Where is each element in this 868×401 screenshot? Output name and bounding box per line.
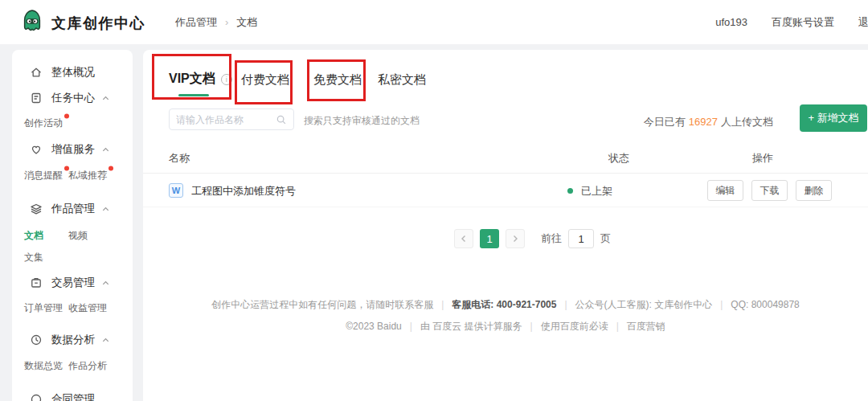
footer-copyright-line: ©2023 Baidu|由 百度云 提供计算服务|使用百度前必读|百度营销 xyxy=(143,321,868,333)
sidebar-item-contract-management[interactable]: 合同管理 xyxy=(12,386,133,401)
topbar-right: ufo193 百度账号设置 退出 xyxy=(715,0,868,44)
notification-dot xyxy=(108,166,113,171)
edit-button[interactable]: 编辑 xyxy=(707,180,743,201)
footer-separator: | xyxy=(530,321,533,332)
sidebar-item-message-alerts[interactable]: 消息提醒 xyxy=(24,169,63,182)
pagination: 1 前往 页 xyxy=(454,229,611,248)
status-badge: 已上架 xyxy=(581,184,612,198)
next-page-button[interactable] xyxy=(506,229,525,248)
sidebar-item-creation-activity[interactable]: 创作活动 xyxy=(24,117,63,130)
footer-copyright: ©2023 Baidu xyxy=(346,321,402,332)
logout-link[interactable]: 退出 xyxy=(858,15,868,30)
sidebar-item-order-management[interactable]: 订单管理 xyxy=(24,301,63,315)
logo-text: 文库创作中心 xyxy=(51,14,145,33)
footer-wechat: 公众号(人工客服): 文库创作中心 xyxy=(575,299,713,310)
new-document-button[interactable]: + 新增文档 xyxy=(800,104,867,132)
goto-page-label: 前往 xyxy=(541,231,562,246)
notification-dot xyxy=(64,114,69,119)
page: { "topbar": { "logo_text": "文库创作中心", "br… xyxy=(0,0,868,401)
download-button[interactable]: 下载 xyxy=(751,180,788,201)
upload-stats: 今日已有16927人上传文档 xyxy=(644,115,773,129)
word-doc-icon: W xyxy=(169,183,183,198)
sidebar-item-label: 增值服务 xyxy=(51,142,101,157)
topbar: 文库创作中心 作品管理 › 文档 ufo193 百度账号设置 退出 xyxy=(0,0,868,44)
footer-separator: | xyxy=(410,321,412,332)
wenku-mascot-icon xyxy=(20,9,44,38)
breadcrumb-current: 文档 xyxy=(236,15,257,30)
footer-phone: 客服电话: 400-921-7005 xyxy=(452,299,556,310)
sidebar-item-collections[interactable]: 文集 xyxy=(24,251,43,264)
stats-count: 16927 xyxy=(689,116,718,128)
tab-vip-docs[interactable]: VIP文档 i xyxy=(169,71,232,88)
tab-paid-docs[interactable]: 付费文档 xyxy=(241,72,289,88)
footer-must-read-link[interactable]: 使用百度前必读 xyxy=(541,321,608,332)
sidebar-item-documents[interactable]: 文档 xyxy=(24,229,43,243)
sidebar-item-overview[interactable]: 整体概况 xyxy=(12,59,133,86)
footer-qq: QQ: 800049878 xyxy=(731,299,799,310)
current-page-button[interactable]: 1 xyxy=(480,229,499,248)
sidebar-item-task-center[interactable]: 任务中心 xyxy=(12,84,133,112)
document-title[interactable]: 工程图中添加锥度符号 xyxy=(191,184,296,198)
home-icon xyxy=(30,66,43,79)
search-icon[interactable] xyxy=(276,114,287,125)
sidebar-item-label: 交易管理 xyxy=(51,276,101,290)
breadcrumb-separator-icon: › xyxy=(225,16,228,28)
chevron-up-icon xyxy=(101,94,110,103)
prev-page-button[interactable] xyxy=(454,229,473,248)
status-dot-icon xyxy=(567,188,573,194)
page-unit-label: 页 xyxy=(600,231,611,246)
sidebar-item-data-overview[interactable]: 数据总览 xyxy=(24,359,63,373)
sidebar-subrow: 订单管理 收益管理 xyxy=(12,296,133,320)
sidebar-item-trade-management[interactable]: 交易管理 xyxy=(12,269,133,297)
column-header-status: 状态 xyxy=(608,151,629,166)
sidebar-item-works-management[interactable]: 作品管理 xyxy=(12,195,133,223)
table-header: 名称 状态 操作 xyxy=(143,143,868,174)
chevron-up-icon xyxy=(101,336,110,345)
footer-support-line: 创作中心运营过程中如有任何问题，请随时联系客服|客服电话: 400-921-70… xyxy=(143,299,868,311)
goto-page-input[interactable] xyxy=(568,229,594,248)
chevron-up-icon xyxy=(101,279,110,288)
sidebar-item-data-analysis[interactable]: 数据分析 xyxy=(12,326,133,354)
breadcrumb: 作品管理 › 文档 xyxy=(175,0,257,44)
trade-icon xyxy=(30,276,43,289)
logo[interactable]: 文库创作中心 xyxy=(20,9,145,38)
username[interactable]: ufo193 xyxy=(715,16,747,28)
sidebar-item-label: 作品管理 xyxy=(51,202,101,216)
tab-free-docs[interactable]: 免费文档 xyxy=(313,72,362,88)
sidebar-item-label: 任务中心 xyxy=(51,91,101,105)
contract-icon xyxy=(30,393,43,401)
column-header-name: 名称 xyxy=(169,151,190,166)
main-panel: VIP文档 i 付费文档 免费文档 私密文档 搜索只支持审核通过的文档 今日已有… xyxy=(143,50,868,401)
footer-separator: | xyxy=(441,299,444,310)
search-hint: 搜索只支持审核通过的文档 xyxy=(304,114,420,128)
sidebar-item-revenue-management[interactable]: 收益管理 xyxy=(68,301,107,315)
search-input[interactable] xyxy=(176,114,276,125)
sidebar-subrow: 数据总览 作品分析 xyxy=(12,354,133,378)
sidebar-item-value-services[interactable]: 增值服务 xyxy=(12,136,133,163)
sidebar-item-label: 整体概况 xyxy=(51,65,110,80)
active-tab-underline xyxy=(178,94,209,96)
footer-separator: | xyxy=(720,299,723,310)
table-row: W 工程图中添加锥度符号 已上架 编辑 下载 删除 xyxy=(143,174,868,207)
tab-private-docs[interactable]: 私密文档 xyxy=(378,72,426,88)
sidebar: 整体概况 任务中心 创作活动 增值服务 消息提醒 私域推荐 作品管理 文档 视频… xyxy=(12,50,133,401)
tasks-icon xyxy=(30,92,43,104)
sidebar-item-works-analysis[interactable]: 作品分析 xyxy=(68,359,107,373)
analytics-icon xyxy=(30,333,43,346)
footer: 创作中心运营过程中如有任何问题，请随时联系客服|客服电话: 400-921-70… xyxy=(143,299,868,333)
footer-cloud: 由 百度云 提供计算服务 xyxy=(420,321,522,332)
footer-separator: | xyxy=(616,321,619,332)
sidebar-item-videos[interactable]: 视频 xyxy=(68,229,88,243)
sidebar-subrow: 消息提醒 私域推荐 xyxy=(12,163,133,187)
sidebar-subrow: 文档 视频 xyxy=(12,223,133,248)
chevron-up-icon xyxy=(101,205,110,214)
breadcrumb-section[interactable]: 作品管理 xyxy=(175,15,217,30)
sidebar-item-private-recommend[interactable]: 私域推荐 xyxy=(68,169,107,182)
info-icon[interactable]: i xyxy=(221,74,232,85)
footer-marketing-link[interactable]: 百度营销 xyxy=(627,321,665,332)
stats-prefix: 今日已有 xyxy=(644,116,686,128)
delete-button[interactable]: 删除 xyxy=(796,180,832,201)
account-settings-link[interactable]: 百度账号设置 xyxy=(772,15,834,30)
heart-icon xyxy=(30,143,43,156)
sidebar-item-label: 数据分析 xyxy=(51,333,101,347)
